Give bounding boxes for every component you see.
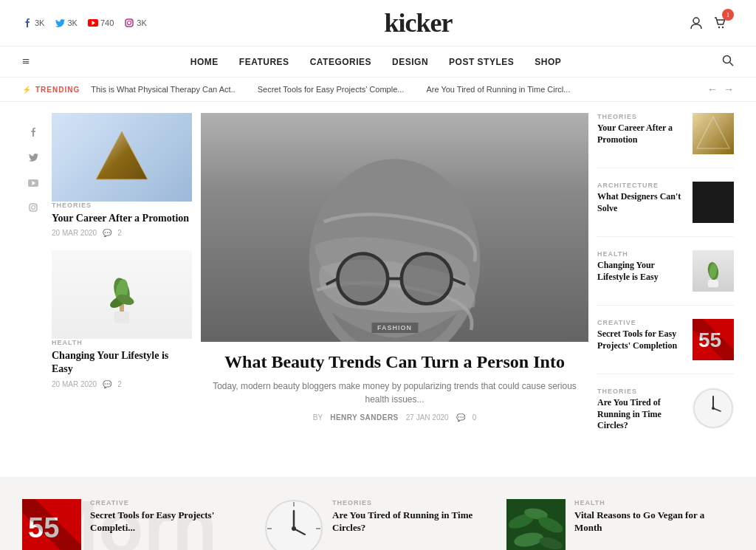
bottom-card-1-content: CREATIVE Secret Tools for Easy Projects'… [90,499,250,534]
twitter-social[interactable]: 3K [55,18,77,28]
card-1-category: THEORIES [52,202,192,209]
right-card-2: ARCHITECTURE What Designers Can't Solve [597,182,734,237]
center-column: FASHION What Beauty Trends Can Turn a Pe… [201,113,588,458]
svg-point-32 [339,255,387,303]
right-card-3: HEALTH Changing Your Lifestyle is Easy [597,250,734,306]
card-1-date: 20 MAR 2020 [52,229,97,237]
right-card-3-title[interactable]: Changing Your Lifestyle is Easy [597,260,685,283]
card-1-comments: 2 [117,229,122,237]
right-card-5-image[interactable] [693,388,734,429]
bottom-card-2-image[interactable] [264,499,323,550]
nav-categories[interactable]: CATEGORIES [310,56,371,68]
right-card-1-category: THEORIES [597,113,685,120]
cart-wrapper[interactable]: 1 [713,16,734,30]
bottom-card-3: HEALTH Vital Reasons to Go Vegan for a M… [506,499,734,550]
card-1-meta: 20 MAR 2020 💬 2 [52,229,192,237]
svg-point-7 [722,27,724,28]
right-card-5-title[interactable]: Are You Tired of Running in Time Circles… [597,397,685,432]
right-card-3-image[interactable] [693,250,734,292]
card-1-title[interactable]: Your Career After a Promotion [52,212,192,225]
sidebar-instagram[interactable] [29,203,38,215]
ticker-item-2[interactable]: Secret Tools for Easy Projects' Comple..… [258,85,405,94]
right-card-4-text: CREATIVE Secret Tools for Easy Projects'… [597,319,685,351]
svg-rect-21 [114,312,129,323]
facebook-social[interactable]: 3K [22,18,44,28]
card-2-title[interactable]: Changing Your Lifestyle is Easy [52,349,192,376]
bottom-card-3-category: HEALTH [574,499,734,506]
hero-comments: 0 [472,413,477,422]
hero-image[interactable]: FASHION [201,113,588,342]
right-card-4-image[interactable]: 55 [693,319,734,360]
bottom-card-1-image[interactable]: 55 [22,499,81,550]
card-image-triangle[interactable] [52,113,192,202]
hero-excerpt: Today, modern beauty bloggers make money… [201,379,588,406]
right-card-4-title[interactable]: Secret Tools for Easy Projects' Completi… [597,329,685,351]
user-icon[interactable] [690,16,703,30]
card-2-comments: 2 [117,380,122,388]
nav-shop[interactable]: SHOP [535,56,561,68]
left-column: THEORIES Your Career After a Promotion 2… [52,113,192,458]
instagram-icon [124,18,134,28]
nav-post-styles[interactable]: POST STYLES [449,56,514,68]
bottom-card-3-content: HEALTH Vital Reasons to Go Vegan for a M… [574,499,734,534]
youtube-icon [88,18,98,28]
svg-point-5 [693,18,699,24]
cart-badge: 1 [722,9,734,21]
right-card-4: CREATIVE Secret Tools for Easy Projects'… [597,319,734,374]
sidebar-youtube[interactable] [28,178,38,190]
right-card-3-text: HEALTH Changing Your Lifestyle is Easy [597,250,685,283]
hero-author: HENRY SANDERS [330,413,399,422]
bottom-card-2: THEORIES Are You Tired of Running in Tim… [264,499,492,550]
youtube-social[interactable]: 740 [88,18,114,28]
sidebar-facebook[interactable] [29,128,38,140]
instagram-count: 3K [137,18,146,27]
hero-comment-icon: 💬 [456,413,465,422]
social-sidebar [22,113,44,458]
card-image-plant[interactable] [52,250,192,339]
ticker-item-1[interactable]: This is What Physical Therapy Can Act.. [91,85,235,94]
right-card-1-text: THEORIES Your Career After a Promotion [597,113,685,145]
bottom-card-1-title[interactable]: Secret Tools for Easy Projects' Completi… [90,509,250,534]
instagram-social[interactable]: 3K [124,18,146,28]
right-card-5: THEORIES Are You Tired of Running in Tim… [597,388,734,445]
card-2-date: 20 MAR 2020 [52,380,97,388]
ticker-item-3[interactable]: Are You Tired of Running in Time Circl..… [426,85,570,94]
sidebar-twitter[interactable] [29,153,38,165]
twitter-count: 3K [67,18,77,27]
hero-title[interactable]: What Beauty Trends Can Turn a Person Int… [201,351,588,374]
right-card-1-image[interactable] [693,113,734,154]
search-icon[interactable] [722,55,734,69]
bottom-card-2-title[interactable]: Are You Tired of Running in Time Circles… [332,509,492,534]
right-card-2-image[interactable] [693,182,734,223]
ticker-next[interactable]: → [724,83,734,95]
right-card-1-title[interactable]: Your Career After a Promotion [597,123,685,145]
right-column: THEORIES Your Career After a Promotion [597,113,734,458]
svg-point-8 [723,55,730,63]
social-links: 3K 3K 740 3K [22,18,147,28]
hero-card: FASHION What Beauty Trends Can Turn a Pe… [201,113,588,422]
ticker-prev[interactable]: ← [707,83,718,95]
right-card-2-category: ARCHITECTURE [597,182,685,189]
right-card-5-category: THEORIES [597,388,685,395]
card-2-meta: 20 MAR 2020 💬 2 [52,380,192,388]
hero-date: 27 JAN 2020 [406,413,449,422]
nav-home[interactable]: HOME [190,56,219,68]
svg-point-46 [712,407,715,410]
right-card-2-title[interactable]: What Designers Can't Solve [597,191,685,214]
top-bar: 3K 3K 740 3K kicker [0,0,756,47]
bottom-card-3-image[interactable] [506,499,566,550]
nav-features[interactable]: FEATURES [239,56,289,68]
right-card-1: THEORIES Your Career After a Promotion [597,113,734,168]
right-card-5-text: THEORIES Are You Tired of Running in Tim… [597,388,685,432]
nav-design[interactable]: DESIGN [392,56,428,68]
svg-line-9 [729,62,733,66]
bottom-card-1: 55 CREATIVE Secret Tools for Easy Projec… [22,499,250,550]
right-card-2-text: ARCHITECTURE What Designers Can't Solve [597,182,685,214]
svg-point-3 [128,21,131,25]
site-logo[interactable]: kicker [147,7,690,38]
svg-point-14 [35,204,36,206]
svg-marker-15 [96,131,148,179]
bottom-card-3-title[interactable]: Vital Reasons to Go Vegan for a Month [574,509,734,534]
nav-links: HOME FEATURES CATEGORIES DESIGN POST STY… [190,56,561,68]
hamburger-menu[interactable]: ≡ [22,54,30,69]
